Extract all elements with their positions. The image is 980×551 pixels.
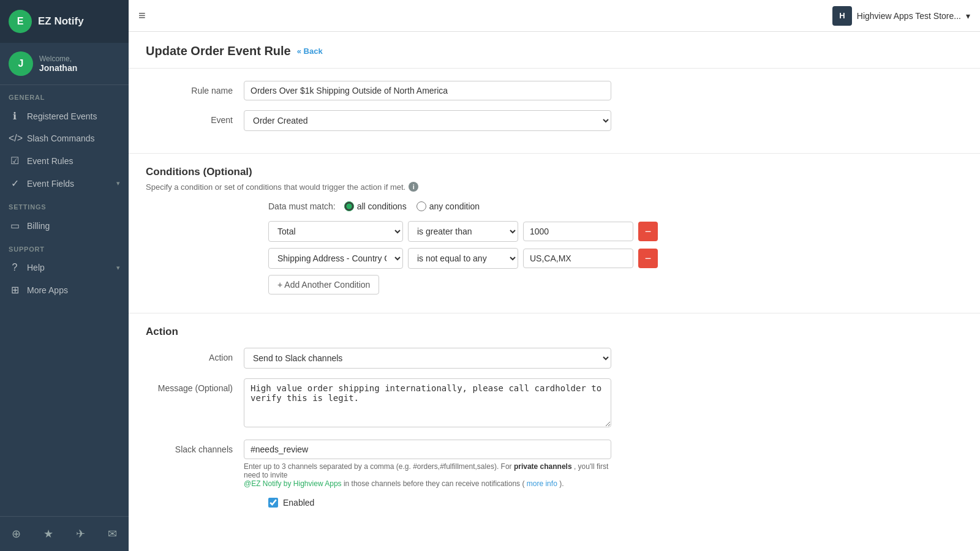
grid-icon: ⊞ — [9, 284, 21, 296]
rule-name-input[interactable] — [244, 81, 611, 100]
sidebar-item-label: Slash Commands — [27, 133, 95, 143]
conditions-title: Conditions (Optional) — [146, 166, 963, 178]
message-control: High value order shipping internationall… — [244, 378, 611, 430]
any-condition-option[interactable]: any condition — [417, 201, 480, 211]
main-content: Update Order Event Rule « Back Rule name… — [129, 32, 980, 551]
condition-value-1[interactable] — [523, 222, 633, 241]
conditions-section: Conditions (Optional) Specify a conditio… — [129, 153, 980, 307]
remove-condition-1[interactable]: − — [638, 222, 658, 241]
data-match-row: Data must match: all conditions any cond… — [268, 201, 963, 211]
condition-row-1: Total Subtotal Shipping Address - Countr… — [268, 221, 963, 242]
sidebar-item-label: More Apps — [27, 285, 68, 295]
message-label: Message (Optional) — [146, 378, 244, 393]
hamburger-icon[interactable]: ≡ — [138, 9, 146, 23]
conditions-subtitle: Specify a condition or set of conditions… — [146, 182, 963, 192]
chevron-down-icon: ▾ — [116, 264, 120, 272]
enabled-row: Enabled — [268, 498, 963, 508]
sidebar-item-billing[interactable]: ▭ Billing — [0, 214, 129, 237]
app-logo[interactable]: E EZ Notify — [0, 0, 129, 43]
condition-operator-2[interactable]: is greater than is less than is equal to… — [408, 248, 518, 269]
sidebar-item-label: Registered Events — [27, 111, 97, 121]
billing-icon: ▭ — [9, 220, 21, 231]
message-textarea[interactable]: High value order shipping internationall… — [244, 378, 611, 427]
slack-channels-hint: Enter up to 3 channels separated by a co… — [244, 462, 611, 488]
user-info: J Welcome, Jonathan — [0, 43, 129, 85]
condition-field-2[interactable]: Total Subtotal Shipping Address - Countr… — [268, 248, 403, 269]
all-conditions-label: all conditions — [357, 201, 407, 211]
any-condition-label: any condition — [429, 201, 480, 211]
invite-link[interactable]: @EZ Notify by Highview Apps — [244, 479, 342, 488]
sidebar-item-registered-events[interactable]: ℹ Registered Events — [0, 105, 129, 127]
settings-section-label: SETTINGS — [0, 195, 129, 214]
topbar: ≡ H Highview Apps Test Store... ▾ — [129, 0, 980, 32]
condition-field-1[interactable]: Total Subtotal Shipping Address - Countr… — [268, 221, 403, 242]
app-name: EZ Notify — [38, 15, 84, 28]
general-section-label: GENERAL — [0, 85, 129, 105]
page-title-area: Update Order Event Rule « Back — [146, 44, 963, 58]
action-title: Action — [146, 326, 963, 338]
condition-row-2: Total Subtotal Shipping Address - Countr… — [268, 248, 963, 269]
add-condition-button[interactable]: + Add Another Condition — [268, 275, 379, 294]
store-name: Highview Apps Test Store... — [857, 11, 961, 21]
sidebar-item-event-rules[interactable]: ☑ Event Rules — [0, 149, 129, 172]
avatar: J — [9, 51, 33, 76]
action-label: Action — [146, 348, 244, 362]
sidebar-item-slash-commands[interactable]: </> Slash Commands — [0, 127, 129, 149]
logo-icon: E — [9, 10, 32, 33]
slack-channels-row: Slack channels Enter up to 3 channels se… — [146, 440, 963, 488]
page-title: Update Order Event Rule — [146, 44, 291, 58]
topbar-user[interactable]: H Highview Apps Test Store... ▾ — [832, 6, 970, 26]
sidebar-item-help[interactable]: ? Help ▾ — [0, 257, 129, 279]
event-select[interactable]: Order Created Order Updated Order Paid O… — [244, 110, 611, 131]
slack-channels-label: Slack channels — [146, 440, 244, 454]
rule-name-row: Rule name — [146, 81, 963, 100]
event-row: Event Order Created Order Updated Order … — [146, 110, 963, 131]
info-icon: ℹ — [9, 110, 21, 122]
action-control: Send to Slack channels Send to email Sen… — [244, 348, 611, 369]
action-select[interactable]: Send to Slack channels Send to email Sen… — [244, 348, 611, 369]
slack-channels-input[interactable] — [244, 440, 611, 459]
data-match-label: Data must match: — [268, 201, 336, 211]
message-row: Message (Optional) High value order ship… — [146, 378, 963, 430]
enabled-checkbox[interactable] — [268, 498, 278, 508]
sidebar-item-label: Event Fields — [27, 179, 74, 189]
welcome-text: Welcome, — [39, 54, 77, 63]
info-icon: i — [409, 182, 418, 192]
action-row: Action Send to Slack channels Send to em… — [146, 348, 963, 369]
condition-value-2[interactable] — [523, 249, 633, 268]
sidebar-bottom-bar: ⊕ ★ ✈ ✉ — [0, 516, 129, 551]
sidebar-item-label: Billing — [27, 221, 50, 231]
enabled-label: Enabled — [283, 498, 314, 508]
more-info-link[interactable]: more info — [527, 479, 557, 488]
private-channels-text: private channels — [514, 462, 572, 471]
rule-name-control — [244, 81, 611, 100]
form-section: Rule name Event Order Created Order Upda… — [129, 69, 980, 153]
remove-condition-2[interactable]: − — [638, 249, 658, 268]
back-link[interactable]: « Back — [297, 47, 323, 56]
support-section-label: SUPPORT — [0, 237, 129, 257]
bottom-icon-star[interactable]: ★ — [37, 523, 59, 545]
help-icon: ? — [9, 262, 21, 273]
sidebar-item-more-apps[interactable]: ⊞ More Apps — [0, 279, 129, 301]
sidebar: E EZ Notify J Welcome, Jonathan GENERAL … — [0, 0, 129, 551]
sidebar-item-label: Help — [27, 263, 45, 272]
bottom-icon-send[interactable]: ✈ — [69, 523, 91, 545]
bottom-icon-store[interactable]: ⊕ — [5, 523, 27, 545]
checkmark-icon: ✓ — [9, 178, 21, 189]
any-condition-radio[interactable] — [417, 201, 426, 211]
sidebar-item-label: Event Rules — [27, 156, 73, 166]
rule-name-label: Rule name — [146, 81, 244, 96]
all-conditions-radio[interactable] — [344, 201, 354, 211]
event-label: Event — [146, 110, 244, 125]
slack-channels-control: Enter up to 3 channels separated by a co… — [244, 440, 611, 488]
chevron-down-icon: ▾ — [116, 179, 120, 187]
event-control: Order Created Order Updated Order Paid O… — [244, 110, 611, 131]
topbar-avatar: H — [832, 6, 852, 26]
sidebar-item-event-fields[interactable]: ✓ Event Fields ▾ — [0, 172, 129, 195]
chevron-down-icon: ▾ — [966, 11, 970, 21]
bottom-icon-mail[interactable]: ✉ — [102, 523, 124, 545]
radio-group: all conditions any condition — [344, 201, 480, 211]
condition-operator-1[interactable]: is greater than is less than is equal to… — [408, 221, 518, 242]
page-header: Update Order Event Rule « Back — [129, 32, 980, 69]
all-conditions-option[interactable]: all conditions — [344, 201, 407, 211]
